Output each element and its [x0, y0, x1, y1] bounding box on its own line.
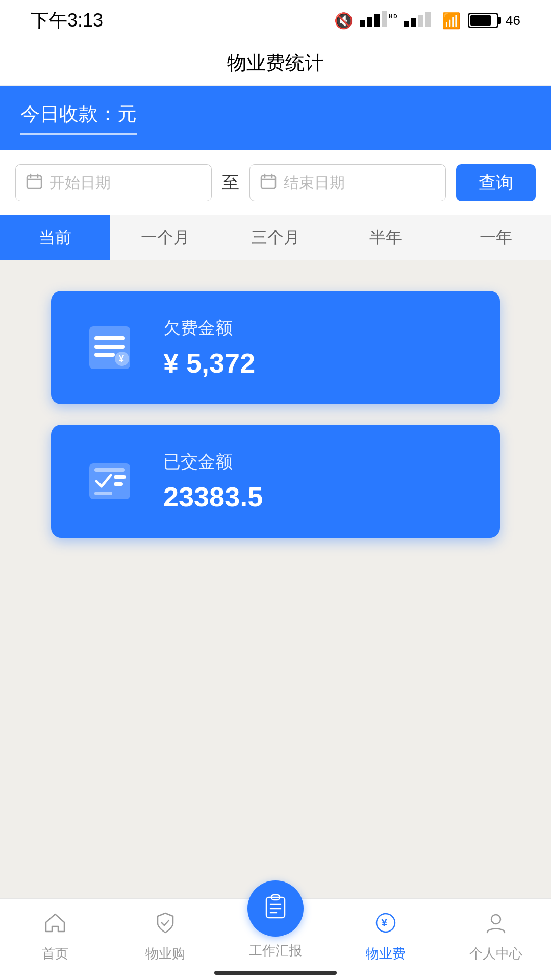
arrears-label: 欠费金额 — [163, 316, 255, 340]
svg-rect-3 — [382, 11, 387, 27]
svg-rect-5 — [404, 21, 409, 27]
paid-card[interactable]: 已交金额 23383.5 — [51, 425, 500, 538]
svg-rect-1 — [367, 17, 372, 27]
bill-icon: ¥ — [84, 322, 135, 373]
tab-one-month[interactable]: 一个月 — [110, 215, 220, 260]
date-separator: 至 — [222, 171, 239, 194]
today-income-banner: 今日收款：元 — [0, 86, 551, 150]
svg-text:HD: HD — [389, 14, 397, 19]
start-date-input[interactable]: 开始日期 — [15, 164, 212, 201]
nav-work-report-label: 工作汇报 — [249, 942, 302, 960]
svg-text:¥: ¥ — [119, 354, 124, 364]
signal2-icon — [404, 12, 435, 29]
nav-center-circle — [247, 880, 304, 937]
tab-half-year[interactable]: 半年 — [331, 215, 441, 260]
start-date-placeholder: 开始日期 — [49, 173, 111, 193]
arrears-value: ¥ 5,372 — [163, 347, 255, 379]
status-icons: 🔇 HD 📶 46 — [334, 11, 520, 30]
person-icon — [484, 911, 508, 940]
tab-current[interactable]: 当前 — [0, 215, 110, 260]
wallet-icon: ¥ — [374, 911, 397, 940]
volume-icon: 🔇 — [334, 12, 353, 30]
svg-text:¥: ¥ — [381, 916, 388, 929]
svg-point-35 — [491, 915, 500, 924]
calendar-start-icon — [26, 173, 42, 193]
svg-rect-13 — [261, 176, 276, 188]
checklist-icon — [84, 456, 135, 507]
nav-property-fee-label: 物业费 — [366, 945, 406, 963]
paid-info: 已交金额 23383.5 — [163, 450, 263, 512]
clipboard-icon — [261, 891, 290, 926]
shield-icon — [154, 911, 177, 940]
nav-work-report[interactable]: 工作汇报 — [220, 880, 331, 960]
calendar-end-icon — [260, 173, 277, 193]
tab-three-months[interactable]: 三个月 — [220, 215, 331, 260]
paid-value: 23383.5 — [163, 481, 263, 512]
svg-rect-25 — [114, 482, 123, 486]
home-indicator — [214, 971, 337, 975]
nav-property-shop-label: 物业购 — [145, 945, 185, 963]
svg-rect-8 — [425, 12, 431, 27]
arrears-card[interactable]: ¥ 欠费金额 ¥ 5,372 — [51, 291, 500, 404]
svg-rect-9 — [27, 176, 41, 188]
battery-icon — [468, 13, 498, 28]
arrears-icon-wrap: ¥ — [82, 320, 138, 376]
tab-one-year[interactable]: 一年 — [441, 215, 551, 260]
end-date-placeholder: 结束日期 — [284, 173, 345, 193]
nav-profile[interactable]: 个人中心 — [441, 908, 551, 963]
page-title: 物业费统计 — [227, 50, 324, 76]
svg-rect-26 — [94, 468, 125, 472]
paid-label: 已交金额 — [163, 450, 263, 474]
nav-profile-label: 个人中心 — [469, 945, 522, 963]
svg-rect-2 — [374, 14, 380, 27]
today-income-text: 今日收款：元 — [20, 101, 137, 135]
period-tabs: 当前 一个月 三个月 半年 一年 — [0, 215, 551, 260]
svg-rect-0 — [360, 20, 365, 27]
battery-text: 46 — [506, 13, 520, 29]
query-button[interactable]: 查询 — [456, 164, 536, 201]
svg-rect-7 — [418, 15, 423, 27]
nav-home[interactable]: 首页 — [0, 908, 110, 963]
nav-property-shop[interactable]: 物业购 — [110, 908, 220, 963]
svg-rect-27 — [94, 492, 112, 495]
svg-rect-18 — [94, 336, 125, 340]
end-date-input[interactable]: 结束日期 — [249, 164, 446, 201]
nav-property-fee[interactable]: ¥ 物业费 — [331, 908, 441, 963]
arrears-info: 欠费金额 ¥ 5,372 — [163, 316, 255, 379]
svg-rect-20 — [94, 353, 115, 357]
svg-rect-6 — [411, 18, 416, 27]
svg-rect-19 — [94, 345, 125, 349]
page-header: 物业费统计 — [0, 41, 551, 86]
status-time: 下午3:13 — [31, 8, 103, 33]
nav-home-label: 首页 — [42, 945, 68, 963]
wifi-icon: 📶 — [442, 12, 461, 30]
signal-icon: HD — [360, 11, 397, 30]
svg-rect-24 — [114, 475, 126, 479]
bottom-navigation: 首页 物业购 工作汇报 — [0, 898, 551, 980]
status-bar: 下午3:13 🔇 HD 📶 — [0, 0, 551, 41]
date-filter-bar: 开始日期 至 结束日期 查询 — [0, 150, 551, 215]
stats-cards: ¥ 欠费金额 ¥ 5,372 已交金额 23383.5 — [0, 260, 551, 569]
home-icon — [43, 911, 67, 940]
paid-icon-wrap — [82, 453, 138, 509]
